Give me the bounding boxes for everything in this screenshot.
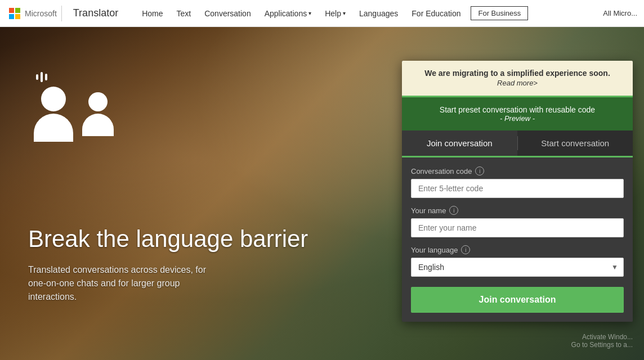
name-info-icon[interactable]: i (449, 206, 458, 215)
navbar: Microsoft Translator Home Text Conversat… (0, 0, 644, 27)
sound-waves (36, 72, 73, 82)
logo-area: Microsoft Translator (0, 6, 136, 21)
nav-applications[interactable]: Applications ▾ (259, 0, 317, 27)
activate-line1: Activate Windo... (571, 333, 633, 341)
migration-notice: We are migrating to a simplified experie… (402, 61, 633, 96)
tab-join[interactable]: Join conversation (402, 130, 517, 156)
applications-chevron: ▾ (308, 10, 311, 16)
preset-text-line2: - Preview - (411, 114, 624, 123)
code-input[interactable] (411, 179, 624, 198)
help-chevron: ▾ (343, 10, 346, 16)
join-button[interactable]: Join conversation (411, 287, 624, 313)
nav-text[interactable]: Text (171, 0, 197, 27)
nav-business[interactable]: For Business (471, 6, 528, 20)
migration-link[interactable]: Read more> (497, 79, 538, 87)
conversation-form: Conversation code i Your name i Your lan… (402, 158, 633, 322)
hero-icons (34, 72, 114, 142)
tab-start[interactable]: Start conversation (518, 130, 633, 156)
name-label: Your name i (411, 206, 624, 215)
hero-title: Break the language barrier (28, 226, 308, 252)
brand-name: Translator (73, 7, 118, 19)
nav-links: Home Text Conversation Applications ▾ He… (136, 0, 603, 27)
activate-line2: Go to Settings to a... (571, 341, 633, 349)
nav-divider (61, 6, 62, 21)
right-panel: We are migrating to a simplified experie… (402, 61, 633, 322)
language-group: Your language i English Spanish French G… (411, 245, 624, 277)
nav-conversation[interactable]: Conversation (199, 0, 257, 27)
preset-conversation[interactable]: Start preset conversation with reusable … (402, 96, 633, 130)
name-group: Your name i (411, 206, 624, 237)
code-group: Conversation code i (411, 166, 624, 198)
migration-text: We are migrating to a simplified experie… (411, 69, 624, 78)
code-info-icon[interactable]: i (475, 166, 484, 176)
preset-text-line1: Start preset conversation with reusable … (411, 105, 624, 114)
hero-background: Break the language barrier Translated co… (0, 27, 644, 360)
nav-home[interactable]: Home (136, 0, 168, 27)
language-select-wrapper: English Spanish French German Chinese (S… (411, 258, 624, 277)
hero-text: Break the language barrier Translated co… (28, 226, 308, 304)
nav-right-text: All Micro... (603, 9, 644, 17)
microsoft-logo (9, 8, 20, 19)
person-1 (34, 72, 73, 142)
conversation-tabs: Join conversation Start conversation (402, 130, 633, 158)
person-2 (82, 92, 114, 136)
language-select[interactable]: English Spanish French German Chinese (S… (411, 258, 624, 277)
activate-windows: Activate Windo... Go to Settings to a... (571, 333, 633, 349)
nav-help[interactable]: Help ▾ (319, 0, 351, 27)
nav-languages[interactable]: Languages (354, 0, 404, 27)
language-label: Your language i (411, 245, 624, 254)
code-label: Conversation code i (411, 166, 624, 176)
microsoft-text: Microsoft (25, 9, 57, 18)
nav-education[interactable]: For Education (406, 0, 466, 27)
hero-subtitle: Translated conversations across devices,… (28, 263, 208, 304)
language-info-icon[interactable]: i (461, 245, 470, 254)
name-input[interactable] (411, 218, 624, 237)
